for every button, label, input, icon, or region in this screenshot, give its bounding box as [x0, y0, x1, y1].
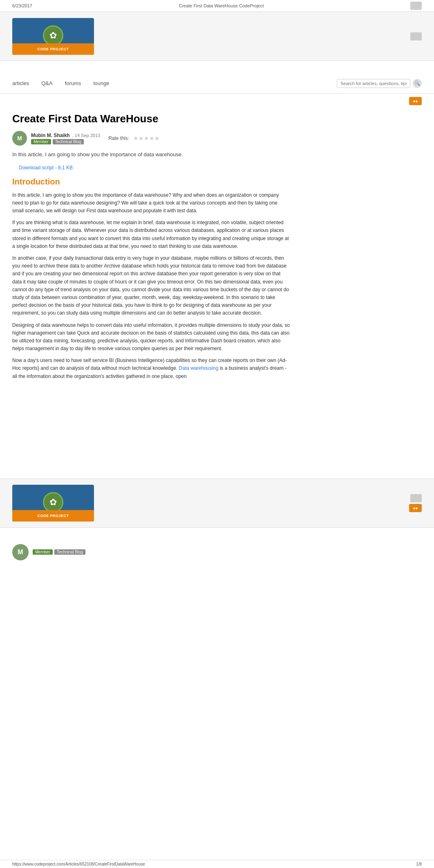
logo-green-circle: [43, 25, 63, 46]
footer-badges: Member Technical Blog: [33, 549, 85, 555]
rate-label: Rate this:: [108, 135, 129, 141]
bottom-bar: https://www.codeproject.com/Articles/652…: [0, 860, 434, 868]
author-date: , 14 Sep 2013: [72, 133, 101, 138]
mid-logo-text: CODE PROJECT: [37, 514, 69, 518]
nav-item-forums[interactable]: forums: [65, 80, 81, 86]
action-row: ♦♦: [0, 94, 434, 108]
header-right: [410, 32, 422, 40]
footer-badge-blog: Technical Blog: [54, 549, 85, 555]
paragraph-4: Designing of data warehouse helps to con…: [12, 322, 290, 353]
mid-action-button[interactable]: ♦♦: [409, 504, 422, 512]
header-date: 6/23/2017: [12, 3, 32, 8]
introduction-heading: Introduction: [12, 177, 290, 187]
nav-item-qa[interactable]: Q&A: [41, 80, 52, 86]
header-page-title: Create First Data WareHouse CodeProject: [179, 3, 264, 8]
bottom-url: https://www.codeproject.com/Articles/652…: [12, 862, 145, 866]
main-content: Create First Data WareHouse M Mubin M. S…: [0, 108, 302, 393]
paragraph-1: In this article, I am going to show you …: [12, 191, 290, 215]
footer-badge-member: Member: [33, 549, 53, 555]
paragraph-2: If you are thinking what is data warehou…: [12, 219, 290, 250]
nav-item-articles[interactable]: articles: [12, 80, 29, 86]
mid-banner: CODE PROJECT ♦♦: [0, 479, 434, 528]
spacer-2: [0, 532, 434, 540]
author-name: Mubin M. Shaikh: [31, 133, 70, 138]
avatar: M: [12, 131, 27, 146]
logo-orange-bar: CODE PROJECT: [12, 43, 94, 55]
spacer-1: [0, 61, 434, 73]
footer-author-section: M Member Technical Blog: [0, 540, 434, 564]
mid-spacer: [0, 393, 434, 474]
search-icon[interactable]: 🔍: [413, 79, 422, 88]
search-input[interactable]: [337, 79, 410, 88]
logo-banner: CODE PROJECT: [0, 12, 434, 61]
top-bar: 6/23/2017 Create First Data WareHouse Co…: [0, 0, 434, 12]
badge-member: Member: [31, 139, 51, 144]
mid-right-icon: [410, 494, 422, 502]
footer-avatar: M: [12, 544, 29, 560]
mid-logo-green-circle: [43, 492, 63, 513]
article-intro: In this article, I am going to show you …: [12, 151, 290, 159]
page-2-spacer: [0, 564, 434, 868]
star-rating[interactable]: ★★★★★: [133, 135, 160, 142]
author-row: M Mubin M. Shaikh , 14 Sep 2013 Member T…: [12, 131, 290, 146]
logo-box: CODE PROJECT: [12, 18, 94, 55]
paragraph-5: Now a day's users need to have self serv…: [12, 357, 290, 380]
nav-bar: articles Q&A forums lounge 🔍: [0, 73, 434, 94]
download-link[interactable]: Download script - 8.1 KB: [12, 165, 73, 171]
article-title: Create First Data WareHouse: [12, 112, 290, 125]
header-right-icon: [410, 32, 422, 40]
page-number: 1/8: [416, 862, 422, 866]
logo-text: CODE PROJECT: [37, 47, 69, 51]
mid-logo-box: CODE PROJECT: [12, 485, 94, 522]
action-button[interactable]: ♦♦: [409, 97, 422, 105]
author-badges: Member Technical Blog: [31, 139, 100, 144]
data-warehousing-link[interactable]: Data warehousing: [179, 365, 219, 371]
paragraph-3: In another case, if your daily transacti…: [12, 254, 290, 317]
author-info: Mubin M. Shaikh , 14 Sep 2013 Member Tec…: [31, 133, 100, 144]
badge-blog: Technical Blog: [53, 139, 84, 144]
nav-item-lounge[interactable]: lounge: [93, 80, 109, 86]
mid-logo-orange-bar: CODE PROJECT: [12, 510, 94, 522]
header-icon: [410, 2, 422, 10]
nav-search: 🔍: [337, 79, 422, 88]
